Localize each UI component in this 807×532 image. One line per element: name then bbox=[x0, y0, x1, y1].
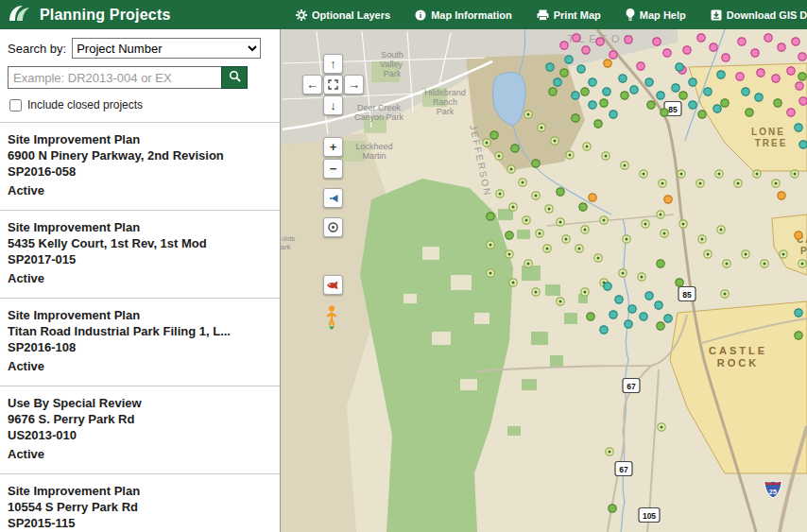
zoom-out-button[interactable]: − bbox=[323, 159, 343, 179]
pan-up-button[interactable]: ↑ bbox=[323, 54, 343, 74]
project-marker-orange[interactable] bbox=[778, 192, 785, 199]
previous-extent-button[interactable] bbox=[323, 188, 343, 208]
project-marker-pink[interactable] bbox=[796, 82, 803, 90]
project-marker-green[interactable] bbox=[647, 101, 655, 109]
project-marker-green[interactable] bbox=[679, 92, 687, 99]
pan-down-button[interactable]: ↓ bbox=[323, 95, 343, 115]
project-marker-pink[interactable] bbox=[736, 73, 744, 80]
project-marker-green[interactable] bbox=[661, 109, 668, 116]
project-marker-green[interactable] bbox=[721, 99, 729, 107]
project-marker-teal[interactable] bbox=[589, 78, 596, 86]
project-marker-teal[interactable] bbox=[795, 124, 802, 131]
project-marker-pink[interactable] bbox=[560, 42, 568, 49]
project-marker-green[interactable] bbox=[774, 99, 781, 107]
pan-right-button[interactable]: → bbox=[344, 75, 364, 94]
project-marker-teal[interactable] bbox=[610, 311, 617, 318]
project-marker-teal[interactable] bbox=[630, 86, 638, 94]
project-marker-teal[interactable] bbox=[554, 78, 561, 86]
project-marker-pink[interactable] bbox=[610, 51, 617, 59]
project-marker-pink[interactable] bbox=[757, 69, 764, 77]
project-marker-teal[interactable] bbox=[664, 315, 672, 322]
project-marker-pink[interactable] bbox=[683, 46, 691, 54]
project-marker-green[interactable] bbox=[795, 332, 802, 339]
project-marker-teal[interactable] bbox=[676, 63, 683, 71]
project-marker-teal[interactable] bbox=[672, 84, 679, 92]
project-marker-teal[interactable] bbox=[799, 141, 807, 148]
project-marker-teal[interactable] bbox=[604, 283, 611, 290]
project-marker-pink[interactable] bbox=[663, 49, 671, 57]
project-marker-pink[interactable] bbox=[787, 109, 795, 116]
project-marker-teal[interactable] bbox=[603, 88, 610, 95]
project-marker-green[interactable] bbox=[676, 279, 683, 286]
project-marker-teal[interactable] bbox=[742, 88, 749, 95]
project-marker-teal[interactable] bbox=[610, 111, 617, 118]
project-marker-pink[interactable] bbox=[778, 43, 785, 51]
map-canvas[interactable]: SouthValleyParkHildebrandRanchParkDeer C… bbox=[281, 29, 807, 532]
project-marker-green[interactable] bbox=[657, 322, 664, 330]
project-marker-teal[interactable] bbox=[619, 75, 627, 82]
full-extent-button[interactable] bbox=[323, 75, 343, 94]
project-marker-teal[interactable] bbox=[645, 292, 653, 300]
toolbar-map-help[interactable]: Map Help bbox=[626, 9, 686, 21]
project-marker-pink[interactable] bbox=[653, 38, 661, 45]
project-marker-teal[interactable] bbox=[717, 71, 725, 78]
search-input[interactable] bbox=[8, 66, 221, 89]
project-marker-teal[interactable] bbox=[689, 78, 696, 86]
project-list-item[interactable]: Site Improvement Plan6900 N Pinery Parkw… bbox=[0, 123, 280, 211]
project-marker-green[interactable] bbox=[600, 99, 608, 107]
project-marker-orange[interactable] bbox=[589, 194, 596, 201]
project-marker-pink[interactable] bbox=[722, 54, 730, 61]
project-marker-pink[interactable] bbox=[697, 34, 705, 42]
toolbar-map-information[interactable]: iMap Information bbox=[415, 9, 512, 21]
project-marker-pink[interactable] bbox=[751, 49, 759, 57]
zoom-in-button[interactable]: + bbox=[323, 137, 343, 157]
project-marker-pink[interactable] bbox=[596, 38, 604, 45]
project-marker-teal[interactable] bbox=[704, 88, 712, 95]
project-marker-green[interactable] bbox=[609, 505, 616, 512]
project-marker-pink[interactable] bbox=[710, 43, 717, 51]
project-marker-teal[interactable] bbox=[628, 305, 636, 313]
project-marker-pink[interactable] bbox=[764, 34, 772, 42]
project-marker-green[interactable] bbox=[572, 114, 579, 122]
project-marker-green[interactable] bbox=[798, 73, 806, 80]
project-marker-teal[interactable] bbox=[577, 65, 585, 73]
search-by-select[interactable]: Project Number bbox=[72, 38, 261, 59]
project-marker-teal[interactable] bbox=[655, 301, 662, 309]
project-marker-pink[interactable] bbox=[798, 53, 806, 60]
toolbar-download-gis-data[interactable]: Download GIS Data bbox=[711, 9, 807, 21]
project-marker-teal[interactable] bbox=[795, 309, 802, 317]
project-marker-pink[interactable] bbox=[772, 75, 780, 82]
project-marker-teal[interactable] bbox=[600, 326, 608, 334]
project-list-item[interactable]: Site Improvement PlanTitan Road Industri… bbox=[0, 299, 280, 386]
pegman-marker[interactable] bbox=[325, 305, 338, 330]
project-marker-green[interactable] bbox=[594, 120, 602, 128]
project-marker-pink[interactable] bbox=[637, 62, 644, 70]
project-marker-pink[interactable] bbox=[787, 67, 795, 75]
project-list-item[interactable]: Site Improvement Plan5435 Kelly Court, 1… bbox=[0, 211, 280, 299]
locate-button[interactable] bbox=[323, 217, 343, 237]
project-marker-green[interactable] bbox=[579, 203, 587, 211]
project-marker-teal[interactable] bbox=[546, 63, 554, 71]
project-marker-teal[interactable] bbox=[625, 320, 632, 328]
project-marker-pink[interactable] bbox=[799, 97, 807, 105]
search-button[interactable] bbox=[221, 66, 248, 89]
project-marker-teal[interactable] bbox=[713, 105, 721, 112]
project-marker-pink[interactable] bbox=[625, 36, 632, 43]
toolbar-print-map[interactable]: Print Map bbox=[537, 9, 601, 21]
project-marker-teal[interactable] bbox=[589, 101, 596, 109]
project-marker-green[interactable] bbox=[560, 69, 568, 77]
project-marker-green[interactable] bbox=[532, 160, 540, 167]
project-marker-green[interactable] bbox=[557, 188, 564, 196]
project-marker-teal[interactable] bbox=[689, 101, 696, 109]
project-marker-green[interactable] bbox=[657, 260, 664, 267]
project-marker-orange[interactable] bbox=[795, 232, 802, 239]
include-closed-checkbox[interactable] bbox=[9, 99, 22, 112]
project-marker-teal[interactable] bbox=[565, 56, 573, 63]
project-marker-green[interactable] bbox=[587, 313, 594, 320]
project-marker-green[interactable] bbox=[581, 88, 589, 95]
project-marker-pink[interactable] bbox=[573, 34, 580, 42]
project-marker-teal[interactable] bbox=[755, 94, 763, 101]
project-marker-teal[interactable] bbox=[657, 92, 664, 99]
project-marker-green[interactable] bbox=[698, 111, 706, 118]
project-marker-orange[interactable] bbox=[664, 196, 672, 203]
